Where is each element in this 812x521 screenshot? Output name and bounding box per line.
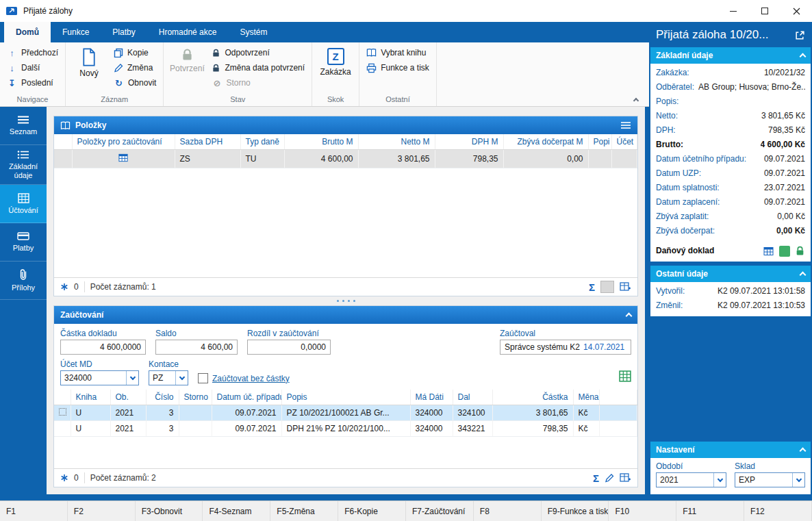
maximize-button[interactable] — [749, 0, 781, 22]
odpotvrzeni-button[interactable]: Odpotvrzení — [207, 45, 309, 60]
column-header[interactable]: Popi — [588, 134, 611, 150]
castka-dokladu-field[interactable]: 4 600,0000 — [60, 340, 146, 355]
collapse-panel-icon[interactable] — [626, 313, 633, 320]
column-header[interactable]: Číslo — [146, 390, 179, 405]
menu-icon[interactable] — [620, 121, 631, 129]
accounting-grid-icon[interactable] — [619, 370, 631, 382]
column-header[interactable]: Měna — [573, 390, 599, 405]
predchozi-button[interactable]: ↑ Předchozí — [3, 45, 62, 60]
sidebar-item-uctovani[interactable]: Účtování — [0, 185, 47, 223]
table-row[interactable]: U 2021 3 09.07.2021 DPH 21% PZ 10/2021/1… — [54, 421, 637, 437]
dalsi-button[interactable]: ↓ Další — [3, 60, 62, 75]
asterisk-icon[interactable] — [60, 283, 68, 291]
filter-button[interactable] — [600, 281, 614, 293]
column-header[interactable]: Účet — [611, 134, 637, 150]
panel-splitter[interactable] — [53, 296, 638, 305]
column-header[interactable]: Netto M — [358, 134, 435, 150]
checkbox[interactable] — [198, 373, 208, 383]
fkey-f8[interactable]: F8 — [474, 501, 542, 521]
fkey-f6-kopie[interactable]: F6-Kopie — [338, 501, 406, 521]
tab-funkce[interactable]: Funkce — [51, 22, 101, 42]
sidebar-item-zakladni-udaje[interactable]: Základní údaje — [0, 145, 47, 185]
sklad-combo[interactable]: EXP — [735, 472, 805, 487]
open-in-window-icon[interactable] — [795, 30, 805, 40]
fkey-f1[interactable]: F1 — [0, 501, 68, 521]
column-header[interactable]: Popis — [281, 390, 410, 405]
row-indicator-cell — [54, 150, 72, 168]
fkey-f4-seznam[interactable]: F4-Seznam — [203, 501, 270, 521]
sum-icon[interactable]: Σ — [593, 472, 599, 484]
column-header[interactable] — [599, 390, 637, 405]
cell-cislo: 3 — [146, 405, 179, 421]
fkey-f7-zauctovani[interactable]: F7-Zaúčtování — [406, 501, 474, 521]
asterisk-icon[interactable] — [60, 474, 68, 482]
dropdown-button[interactable] — [713, 473, 726, 487]
dropdown-button[interactable] — [126, 371, 138, 385]
grid-settings-icon[interactable] — [620, 281, 631, 292]
column-header[interactable]: Datum úč. případu — [212, 390, 281, 405]
column-header[interactable]: Storno — [179, 390, 212, 405]
section-header[interactable]: Základní údaje — [650, 47, 811, 64]
column-header[interactable]: Ob. — [110, 390, 146, 405]
column-header[interactable]: Sazba DPH — [175, 134, 240, 150]
column-header-indicator[interactable] — [54, 134, 72, 150]
zauctoval-field[interactable]: Správce systému K2 14.07.2021 — [500, 340, 631, 355]
section-header[interactable]: Ostatní údaje — [650, 266, 811, 282]
column-header[interactable]: Částka — [492, 390, 573, 405]
pencil-icon[interactable] — [605, 473, 614, 483]
ribbon-tab-bar: Domů Funkce Platby Hromadné akce Systém — [0, 22, 649, 42]
zauctovat-bez-castky-option[interactable]: Zaúčtovat bez částky — [198, 373, 290, 385]
obdobi-combo[interactable]: 2021 — [656, 472, 726, 487]
sum-icon[interactable]: Σ — [589, 281, 595, 293]
sidebar-item-prilohy[interactable]: Přílohy — [0, 262, 47, 300]
column-header[interactable]: Dal — [453, 390, 492, 405]
vybrat-knihu-button[interactable]: Vybrat knihu — [362, 45, 433, 60]
column-header[interactable]: Typ daně — [240, 134, 284, 150]
fkey-f5-zmena[interactable]: F5-Změna — [270, 501, 338, 521]
fkey-f11[interactable]: F11 — [676, 501, 744, 521]
sidebar-item-seznam[interactable]: Seznam — [0, 107, 47, 145]
ribbon-collapse-button[interactable] — [634, 95, 639, 101]
zakazka-button[interactable]: Z Zakázka — [315, 45, 356, 77]
grid-settings-icon[interactable] — [620, 472, 631, 483]
minimize-button[interactable] — [718, 0, 749, 22]
saldo-field[interactable]: 4 600,00 — [155, 340, 238, 355]
funkce-a-tisk-button[interactable]: Funkce a tisk — [362, 60, 433, 75]
fkey-f2[interactable]: F2 — [68, 501, 136, 521]
table-row[interactable]: ZS TU 4 600,00 3 801,65 798,35 0,00 — [54, 150, 637, 168]
fkey-f10[interactable]: F10 — [609, 501, 676, 521]
section-header[interactable]: Nastavení — [650, 442, 811, 458]
fkey-f3-obnovit[interactable]: F3-Obnovit — [136, 501, 203, 521]
items-grid-icon[interactable] — [763, 246, 774, 257]
novy-button[interactable]: Nový — [68, 45, 110, 78]
kopie-button[interactable]: Kopie — [110, 45, 160, 60]
potvrzeni-button[interactable]: Potvrzení — [166, 45, 207, 73]
dropdown-button[interactable] — [792, 473, 804, 487]
table-row[interactable]: U 2021 3 09.07.2021 PZ 10/2021/100021 AB… — [54, 405, 637, 421]
tab-system[interactable]: Systém — [228, 22, 279, 42]
column-header[interactable]: Má Dáti — [410, 390, 453, 405]
kontace-combo[interactable]: PZ — [149, 370, 188, 385]
tab-hromadne-akce[interactable]: Hromadné akce — [147, 22, 229, 42]
column-header-indicator[interactable] — [54, 390, 71, 405]
fkey-f12[interactable]: F12 — [744, 501, 812, 521]
column-header[interactable]: Brutto M — [284, 134, 358, 150]
close-button[interactable] — [781, 0, 812, 22]
dropdown-button[interactable] — [175, 371, 188, 385]
fkey-f9-funkce-a-tisk[interactable]: F9-Funkce a tisk — [542, 501, 609, 521]
obnovit-button[interactable]: ↻ Obnovit — [110, 75, 160, 90]
column-header[interactable]: Kniha — [71, 390, 110, 405]
rozdil-field[interactable]: 0,0000 — [247, 340, 331, 355]
sidebar-item-platby[interactable]: Platby — [0, 223, 47, 262]
tab-domu[interactable]: Domů — [4, 22, 51, 42]
tab-platby[interactable]: Platby — [101, 22, 147, 42]
zmena-data-potvrzeni-button[interactable]: Změna data potvrzení — [207, 60, 309, 75]
storno-button[interactable]: ⊘ Storno — [207, 75, 309, 90]
column-header[interactable]: Položky pro zaúčtování — [72, 134, 175, 150]
column-header[interactable]: DPH M — [435, 134, 503, 150]
ucet-md-combo[interactable]: 324000 — [60, 370, 139, 385]
column-header[interactable]: Zbývá dočerpat M — [503, 134, 588, 150]
posledni-button[interactable]: ↧ Poslední — [3, 75, 62, 90]
zmena-button[interactable]: Změna — [110, 60, 160, 75]
detail-value: 09.07.2021 — [764, 153, 805, 165]
